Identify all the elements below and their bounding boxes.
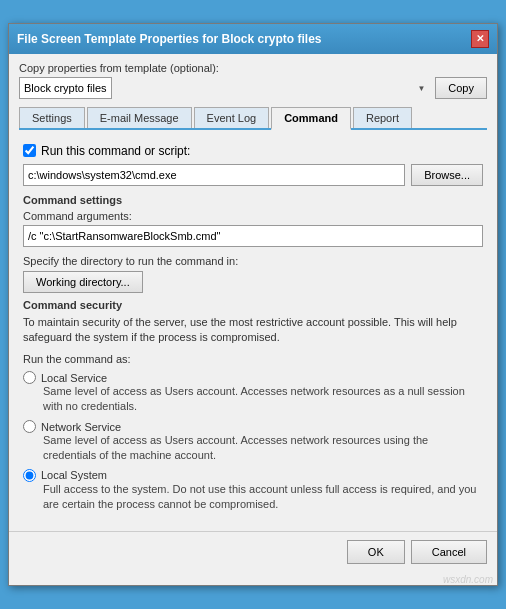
title-bar: File Screen Template Properties for Bloc…: [9, 24, 497, 54]
args-label: Command arguments:: [23, 210, 483, 222]
watermark: wsxdn.com: [9, 572, 497, 585]
main-window: File Screen Template Properties for Bloc…: [8, 23, 498, 587]
local-system-desc: Full access to the system. Do not use th…: [43, 482, 483, 512]
ok-button[interactable]: OK: [347, 540, 405, 564]
args-input[interactable]: [23, 225, 483, 247]
local-service-desc: Same level of access as Users account. A…: [43, 384, 483, 414]
copy-row: Block crypto files Copy: [19, 77, 487, 99]
local-system-option: Local System Full access to the system. …: [23, 469, 483, 512]
content-area: Copy properties from template (optional)…: [9, 54, 497, 532]
title-buttons: ✕: [471, 30, 489, 48]
tab-bar: Settings E-mail Message Event Log Comman…: [19, 107, 487, 130]
local-service-option: Local Service Same level of access as Us…: [23, 371, 483, 414]
command-panel: Run this command or script: Browse... Co…: [19, 138, 487, 524]
local-system-radio[interactable]: [23, 469, 36, 482]
network-service-desc: Same level of access as Users account. A…: [43, 433, 483, 463]
network-service-radio[interactable]: [23, 420, 36, 433]
local-service-label: Local Service: [41, 372, 107, 384]
template-dropdown-wrapper: Block crypto files: [19, 77, 429, 99]
command-input-row: Browse...: [23, 164, 483, 186]
footer: OK Cancel: [9, 531, 497, 572]
run-as-label: Run the command as:: [23, 353, 483, 365]
cancel-button[interactable]: Cancel: [411, 540, 487, 564]
working-directory-button[interactable]: Working directory...: [23, 271, 143, 293]
security-header: Command security: [23, 299, 483, 311]
window-title: File Screen Template Properties for Bloc…: [17, 32, 322, 46]
dir-label: Specify the directory to run the command…: [23, 255, 483, 267]
close-button[interactable]: ✕: [471, 30, 489, 48]
tab-command[interactable]: Command: [271, 107, 351, 130]
tab-email[interactable]: E-mail Message: [87, 107, 192, 128]
local-service-radio[interactable]: [23, 371, 36, 384]
run-command-row: Run this command or script:: [23, 144, 483, 158]
security-desc: To maintain security of the server, use …: [23, 315, 483, 346]
copy-section: Copy properties from template (optional)…: [19, 62, 487, 99]
command-input[interactable]: [23, 164, 405, 186]
network-service-option: Network Service Same level of access as …: [23, 420, 483, 463]
run-command-label: Run this command or script:: [41, 144, 190, 158]
tab-report[interactable]: Report: [353, 107, 412, 128]
local-service-row: Local Service: [23, 371, 483, 384]
tab-eventlog[interactable]: Event Log: [194, 107, 270, 128]
run-command-checkbox[interactable]: [23, 144, 36, 157]
copy-label: Copy properties from template (optional)…: [19, 62, 487, 74]
network-service-row: Network Service: [23, 420, 483, 433]
local-system-row: Local System: [23, 469, 483, 482]
local-system-label: Local System: [41, 469, 107, 481]
copy-button[interactable]: Copy: [435, 77, 487, 99]
network-service-label: Network Service: [41, 421, 121, 433]
tab-settings[interactable]: Settings: [19, 107, 85, 128]
template-dropdown[interactable]: Block crypto files: [19, 77, 112, 99]
browse-button[interactable]: Browse...: [411, 164, 483, 186]
settings-header: Command settings: [23, 194, 483, 206]
security-section: Command security To maintain security of…: [23, 299, 483, 512]
